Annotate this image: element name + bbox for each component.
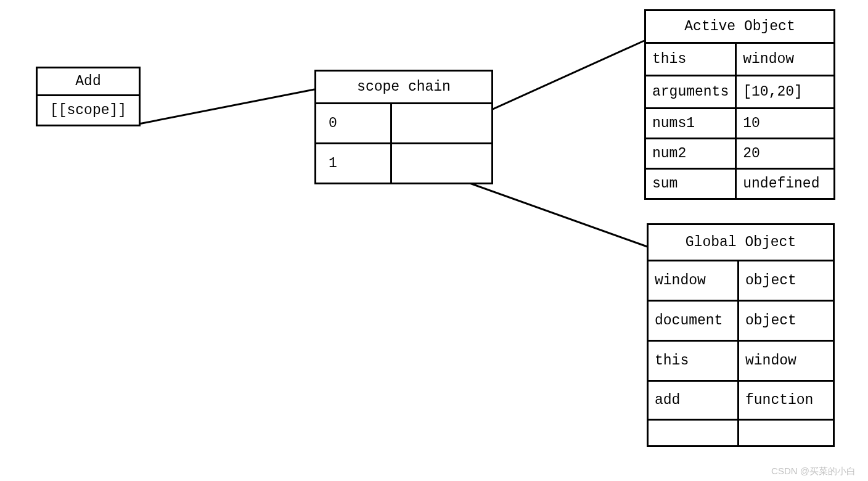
- scope-chain-title: scope chain: [351, 75, 457, 99]
- ao-v2: 10: [737, 112, 766, 135]
- ao-k4: sum: [646, 172, 684, 195]
- ao-v0: window: [737, 47, 800, 71]
- watermark: CSDN @买菜的小白: [771, 466, 856, 477]
- ao-k1: arguments: [646, 80, 735, 104]
- go-k4: [649, 429, 661, 437]
- active-object-box: Active Object this window arguments [10,…: [644, 9, 835, 200]
- ao-k3: num2: [646, 142, 692, 165]
- go-k0: window: [649, 269, 712, 292]
- scope-chain-ref-1: [391, 144, 493, 184]
- go-v2: window: [739, 349, 803, 372]
- scope-chain-ref-0: [391, 104, 493, 144]
- scope-chain-index-1: 1: [316, 152, 343, 175]
- scope-chain-box: scope chain 0 1: [314, 70, 493, 184]
- global-object-box: Global Object window object document obj…: [647, 223, 835, 447]
- go-k3: add: [649, 388, 686, 412]
- ao-v1: [10,20]: [737, 80, 809, 104]
- active-object-title: Active Object: [678, 15, 801, 38]
- add-box: Add [[scope]]: [36, 67, 141, 126]
- scope-chain-index-0: 0: [316, 112, 343, 135]
- ao-k2: nums1: [646, 112, 701, 135]
- svg-line-0: [139, 89, 314, 124]
- go-k2: this: [649, 349, 695, 372]
- ao-k0: this: [646, 47, 692, 71]
- go-v4: [739, 429, 751, 437]
- svg-line-2: [459, 179, 647, 247]
- go-v3: function: [739, 388, 819, 412]
- global-object-title: Global Object: [679, 231, 802, 254]
- add-scope-row: [[scope]]: [44, 99, 133, 122]
- go-v1: object: [739, 309, 803, 332]
- go-k1: document: [649, 309, 729, 332]
- ao-v4: undefined: [737, 172, 825, 195]
- add-title: Add: [69, 70, 107, 93]
- go-v0: object: [739, 269, 803, 292]
- ao-v3: 20: [737, 142, 766, 165]
